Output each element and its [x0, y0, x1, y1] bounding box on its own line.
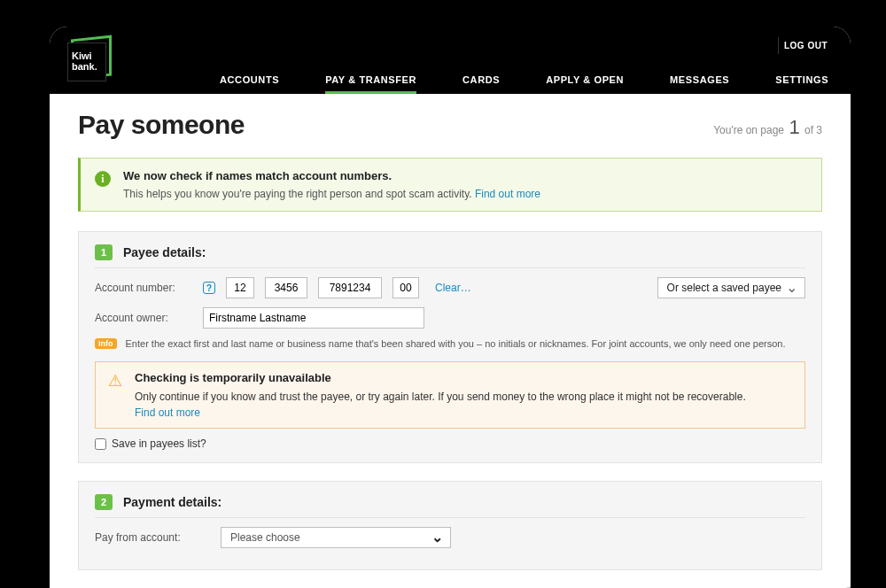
- warning-icon: ⚠: [108, 373, 122, 389]
- banner-body: This helps you know you're paying the ri…: [123, 188, 475, 200]
- owner-hint-text: Enter the exact first and last name or b…: [126, 337, 786, 351]
- pay-from-label: Pay from account:: [95, 531, 210, 544]
- info-icon: i: [95, 171, 111, 187]
- checking-unavailable-banner: ⚠ Checking is temporarily unavailable On…: [95, 361, 805, 429]
- payment-details-panel: 2 Payment details: Pay from account: Ple…: [78, 481, 822, 570]
- warn-title: Checking is temporarily unavailable: [135, 371, 746, 384]
- logo[interactable]: Kiwi bank.: [66, 35, 113, 83]
- account-suffix-input[interactable]: [392, 277, 419, 298]
- step-badge: 2: [95, 494, 113, 510]
- payee-heading: Payee details:: [123, 245, 206, 259]
- page-title: Pay someone: [78, 110, 245, 140]
- account-account-input[interactable]: [318, 277, 382, 298]
- logout-link[interactable]: LOG OUT: [778, 37, 833, 54]
- nav-pay-transfer[interactable]: PAY & TRANSFER: [325, 74, 416, 94]
- account-bank-input[interactable]: [226, 277, 254, 298]
- step-badge: 1: [95, 244, 113, 260]
- save-payee-label: Save in payees list?: [112, 437, 206, 450]
- nav-messages[interactable]: MESSAGES: [670, 74, 729, 94]
- top-bar: Kiwi bank. ACCOUNTS PAY & TRANSFER CARDS…: [50, 27, 851, 94]
- account-owner-input[interactable]: [203, 307, 424, 329]
- account-number-label: Account number:: [95, 282, 192, 294]
- banner-find-out-more-link[interactable]: Find out more: [475, 188, 540, 200]
- payment-heading: Payment details:: [123, 495, 222, 509]
- saved-payee-select[interactable]: Or select a saved payee: [657, 277, 805, 298]
- clear-account-link[interactable]: Clear…: [435, 282, 471, 294]
- main-nav: ACCOUNTS PAY & TRANSFER CARDS APPLY & OP…: [220, 74, 835, 94]
- save-payee-checkbox[interactable]: [95, 438, 106, 450]
- nav-cards[interactable]: CARDS: [462, 74, 500, 94]
- pay-from-select[interactable]: Please choose: [221, 527, 451, 548]
- account-branch-input[interactable]: [265, 277, 307, 298]
- nav-settings[interactable]: SETTINGS: [775, 74, 828, 94]
- page-progress: You're on page 1 of 3: [713, 116, 822, 139]
- nav-apply-open[interactable]: APPLY & OPEN: [546, 74, 624, 94]
- content: Pay someone You're on page 1 of 3 i We n…: [50, 94, 851, 570]
- logo-text-2: bank.: [72, 61, 102, 72]
- account-number-help-icon[interactable]: ?: [203, 282, 215, 294]
- banner-title: We now check if names match account numb…: [123, 169, 540, 182]
- payee-details-panel: 1 Payee details: Account number: ? Clear…: [78, 231, 822, 463]
- logo-text-1: Kiwi: [72, 50, 102, 61]
- account-owner-label: Account owner:: [95, 312, 192, 324]
- warn-body: Only continue if you know and trust the …: [135, 390, 746, 405]
- name-match-banner: i We now check if names match account nu…: [78, 158, 822, 212]
- warn-find-out-more-link[interactable]: Find out more: [135, 406, 746, 419]
- info-badge: Info: [95, 338, 117, 349]
- nav-accounts[interactable]: ACCOUNTS: [220, 74, 279, 94]
